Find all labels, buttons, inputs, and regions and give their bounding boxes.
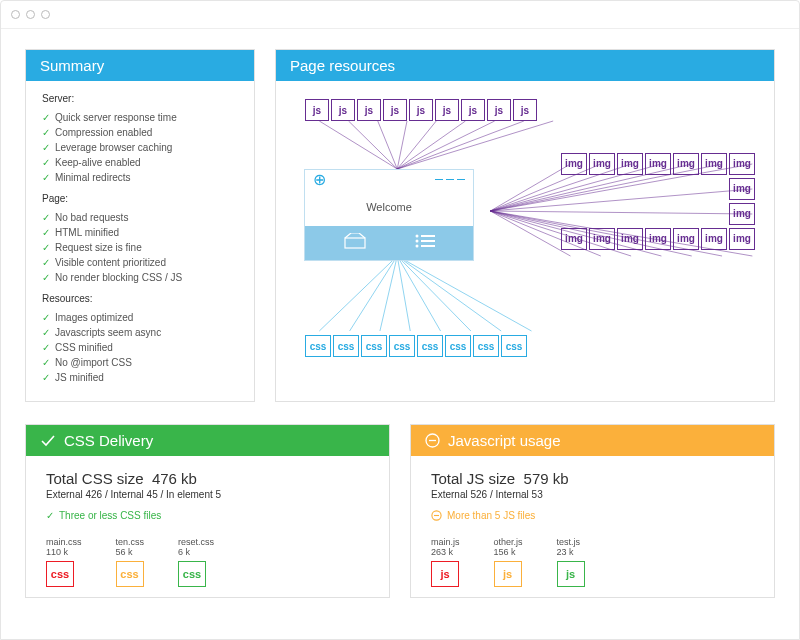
summary-page-label: Page:: [42, 193, 238, 204]
svg-rect-35: [421, 235, 435, 237]
img-token: img: [617, 228, 643, 250]
window-zoom-icon[interactable]: [41, 10, 50, 19]
css-token: css: [361, 335, 387, 357]
svg-line-7: [397, 121, 524, 169]
check-item: ✓No bad requests: [42, 210, 238, 225]
check-icon: ✓: [46, 510, 54, 521]
img-token: img: [645, 153, 671, 175]
img-token: img: [589, 228, 615, 250]
check-item: ✓Compression enabled: [42, 125, 238, 140]
svg-line-6: [397, 121, 494, 169]
check-icon: ✓: [42, 240, 50, 255]
js-usage-card: Javascript usage Total JS size 579 kb Ex…: [410, 424, 775, 598]
check-item: ✓Keep-alive enabled: [42, 155, 238, 170]
check-item: ✓HTML minified: [42, 225, 238, 240]
window-titlebar: [1, 1, 799, 29]
inbox-icon: [344, 233, 366, 253]
svg-line-31: [397, 256, 501, 331]
app-window: Summary Server: ✓Quick server response t…: [0, 0, 800, 640]
check-icon: ✓: [42, 170, 50, 185]
check-icon: ✓: [42, 125, 50, 140]
summary-resources-label: Resources:: [42, 293, 238, 304]
check-item: ✓JS minified: [42, 370, 238, 385]
svg-rect-39: [421, 245, 435, 247]
svg-line-3: [397, 121, 407, 169]
resources-card: Page resources jsjsjsjsjsjsjsjsjs imgimg…: [275, 49, 775, 402]
img-token: img: [561, 153, 587, 175]
svg-line-30: [397, 256, 471, 331]
svg-line-25: [319, 256, 397, 331]
img-token: img: [561, 228, 587, 250]
js-token: js: [513, 99, 537, 121]
js-token-row: jsjsjsjsjsjsjsjsjs: [304, 99, 538, 121]
css-total-line: Total CSS size 476 kb: [46, 470, 369, 487]
window-minimize-icon[interactable]: [26, 10, 35, 19]
check-item: ✓No @import CSS: [42, 355, 238, 370]
check-icon: ✓: [42, 140, 50, 155]
svg-line-28: [397, 256, 410, 331]
check-item: ✓Quick server response time: [42, 110, 238, 125]
svg-rect-37: [421, 240, 435, 242]
js-usage-title: Javascript usage: [448, 432, 561, 449]
file-item: main.css110 kcss: [46, 537, 82, 587]
window-close-icon[interactable]: [11, 10, 20, 19]
minus-circle-icon: [431, 510, 442, 521]
check-icon: ✓: [42, 155, 50, 170]
check-item: ✓Request size is fine: [42, 240, 238, 255]
check-icon: [40, 433, 56, 449]
img-token: img: [645, 228, 671, 250]
js-token: js: [331, 99, 355, 121]
js-total-line: Total JS size 579 kb: [431, 470, 754, 487]
svg-line-0: [319, 121, 397, 169]
svg-line-32: [397, 256, 531, 331]
svg-line-1: [349, 121, 398, 169]
svg-point-34: [415, 235, 418, 238]
svg-line-27: [380, 256, 397, 331]
list-icon: [415, 234, 435, 252]
img-token: img: [729, 228, 755, 250]
check-item: ✓No render blocking CSS / JS: [42, 270, 238, 285]
js-token: js: [383, 99, 407, 121]
svg-line-5: [397, 121, 465, 169]
img-token: img: [673, 228, 699, 250]
img-token-grid: imgimgimgimgimgimgimgimgimgimgimgimgimgi…: [556, 153, 756, 253]
css-delivery-card: CSS Delivery Total CSS size 476 kb Exter…: [25, 424, 390, 598]
css-delivery-title: CSS Delivery: [64, 432, 153, 449]
summary-server-label: Server:: [42, 93, 238, 104]
resources-header: Page resources: [276, 50, 774, 81]
js-breakdown: External 526 / Internal 53: [431, 489, 754, 500]
img-token: img: [729, 203, 755, 225]
check-icon: ✓: [42, 325, 50, 340]
file-badge: css: [116, 561, 144, 587]
css-token: css: [389, 335, 415, 357]
css-token: css: [305, 335, 331, 357]
minus-circle-icon: [425, 433, 440, 448]
summary-server-list: ✓Quick server response time✓Compression …: [42, 110, 238, 185]
img-token: img: [729, 178, 755, 200]
css-token: css: [417, 335, 443, 357]
svg-line-29: [397, 256, 440, 331]
check-icon: ✓: [42, 370, 50, 385]
check-icon: ✓: [42, 310, 50, 325]
css-token-row: csscsscsscsscsscsscsscss: [304, 335, 528, 357]
js-token: js: [409, 99, 433, 121]
summary-header: Summary: [26, 50, 254, 81]
file-badge: css: [46, 561, 74, 587]
file-item: other.js156 kjs: [494, 537, 523, 587]
check-icon: ✓: [42, 355, 50, 370]
svg-point-38: [415, 245, 418, 248]
css-token: css: [333, 335, 359, 357]
file-badge: js: [494, 561, 522, 587]
css-token: css: [473, 335, 499, 357]
css-delivery-header: CSS Delivery: [26, 425, 389, 456]
js-status: More than 5 JS files: [431, 510, 754, 521]
css-token: css: [501, 335, 527, 357]
svg-line-2: [378, 121, 397, 169]
css-token: css: [445, 335, 471, 357]
check-icon: ✓: [42, 270, 50, 285]
check-item: ✓Images optimized: [42, 310, 238, 325]
check-item: ✓Minimal redirects: [42, 170, 238, 185]
check-item: ✓Leverage browser caching: [42, 140, 238, 155]
svg-line-26: [350, 256, 398, 331]
js-token: js: [487, 99, 511, 121]
